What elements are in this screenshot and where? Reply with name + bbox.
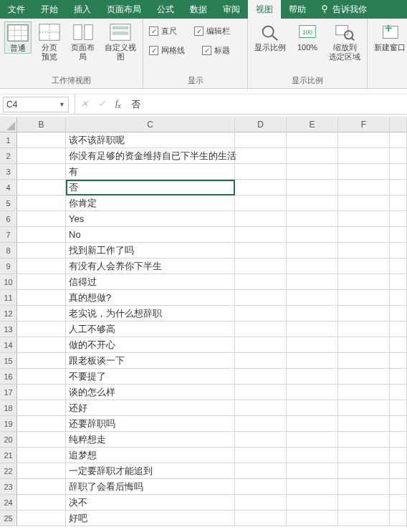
cell[interactable] (338, 448, 390, 463)
cell[interactable]: 还好 (66, 400, 235, 416)
column-headers[interactable]: B C D E F (17, 117, 407, 132)
cell[interactable] (390, 243, 407, 258)
cell[interactable] (287, 211, 338, 227)
cell[interactable] (17, 243, 66, 258)
zoom-100-button[interactable]: 100 100% (292, 21, 322, 52)
cell[interactable] (390, 195, 407, 211)
cell[interactable]: 纯粹想走 (66, 432, 235, 448)
cell[interactable] (235, 290, 287, 306)
cell[interactable] (235, 306, 287, 321)
cell[interactable] (338, 495, 390, 511)
cell[interactable] (235, 211, 287, 227)
cell[interactable] (390, 211, 407, 227)
cell[interactable] (390, 258, 407, 274)
cell[interactable] (287, 195, 338, 211)
row-header[interactable]: 17 (0, 385, 17, 400)
cell[interactable] (390, 432, 407, 448)
cell[interactable] (338, 306, 390, 321)
cell[interactable]: 决不 (66, 495, 235, 511)
cell[interactable] (235, 243, 287, 258)
cell[interactable]: 你肯定 (66, 195, 235, 211)
cell[interactable] (338, 274, 390, 290)
cell[interactable] (287, 243, 338, 258)
cell[interactable] (235, 511, 287, 526)
cell[interactable] (235, 258, 287, 274)
cell[interactable] (235, 385, 287, 400)
row-header[interactable]: 14 (0, 337, 17, 353)
cell[interactable] (390, 164, 407, 180)
cell[interactable] (287, 132, 338, 148)
cell[interactable] (390, 180, 407, 195)
col-header-e[interactable]: E (287, 117, 338, 132)
cell[interactable] (390, 463, 407, 479)
cell[interactable] (17, 337, 66, 353)
cell[interactable] (390, 495, 407, 511)
cell[interactable] (17, 227, 66, 243)
cell[interactable] (338, 463, 390, 479)
cell[interactable] (235, 274, 287, 290)
cell[interactable] (287, 306, 338, 321)
cell[interactable] (338, 479, 390, 495)
cell[interactable] (17, 180, 66, 195)
cell[interactable]: 该不该辞职呢 (66, 132, 235, 148)
col-header-c[interactable]: C (66, 117, 235, 132)
cell[interactable] (235, 369, 287, 385)
cell[interactable] (287, 321, 338, 337)
cell[interactable] (287, 290, 338, 306)
row-header[interactable]: 15 (0, 353, 17, 369)
cell[interactable] (338, 337, 390, 353)
view-custom-button[interactable]: 自定义视图 (103, 21, 138, 62)
cell[interactable] (287, 432, 338, 448)
cell[interactable] (235, 479, 287, 495)
cell[interactable] (287, 180, 338, 195)
row-header[interactable]: 6 (0, 211, 17, 227)
cell[interactable] (17, 463, 66, 479)
row-header[interactable]: 23 (0, 479, 17, 495)
row-header[interactable]: 19 (0, 416, 17, 432)
cell[interactable] (17, 132, 66, 148)
cell[interactable] (235, 148, 287, 164)
cell[interactable] (17, 353, 66, 369)
view-pagelayout-button[interactable]: 页面布局 (67, 21, 98, 62)
cell[interactable] (390, 511, 407, 526)
cell[interactable] (390, 400, 407, 416)
cell[interactable]: 信得过 (66, 274, 235, 290)
cell[interactable]: 有 (66, 164, 235, 180)
row-header[interactable]: 18 (0, 400, 17, 416)
tab-view[interactable]: 视图 (248, 0, 281, 19)
formula-input[interactable]: 否 (131, 98, 407, 111)
cell[interactable] (338, 148, 390, 164)
zoom-selection-button[interactable]: 缩放到 选定区域 (327, 21, 363, 62)
cell[interactable] (235, 495, 287, 511)
cell[interactable] (17, 448, 66, 463)
cell[interactable]: 跟老板谈一下 (66, 353, 235, 369)
cell[interactable] (287, 511, 338, 526)
row-header[interactable]: 2 (0, 148, 17, 164)
col-header-d[interactable]: D (235, 117, 287, 132)
select-all-corner[interactable] (0, 117, 17, 132)
cell[interactable] (287, 258, 338, 274)
cell[interactable] (287, 416, 338, 432)
cell[interactable] (287, 274, 338, 290)
row-header[interactable]: 25 (0, 511, 17, 526)
cell[interactable] (390, 306, 407, 321)
cell[interactable] (338, 195, 390, 211)
cell[interactable]: 你没有足够的资金维持自已下半生的生活 (66, 148, 235, 164)
cell[interactable] (287, 479, 338, 495)
cell[interactable] (338, 243, 390, 258)
cell[interactable] (338, 511, 390, 526)
tab-page-layout[interactable]: 页面布局 (99, 0, 149, 19)
col-header-f[interactable]: F (338, 117, 390, 132)
cell[interactable] (390, 448, 407, 463)
row-header[interactable]: 24 (0, 495, 17, 511)
cell[interactable]: Yes (66, 211, 235, 227)
cell[interactable] (287, 385, 338, 400)
cell[interactable]: 还要辞职吗 (66, 416, 235, 432)
cell[interactable] (17, 416, 66, 432)
tab-review[interactable]: 审阅 (215, 0, 248, 19)
cell[interactable] (17, 321, 66, 337)
col-header-g[interactable] (390, 117, 407, 132)
cell[interactable] (338, 164, 390, 180)
row-header[interactable]: 20 (0, 432, 17, 448)
cell[interactable]: 做的不开心 (66, 337, 235, 353)
